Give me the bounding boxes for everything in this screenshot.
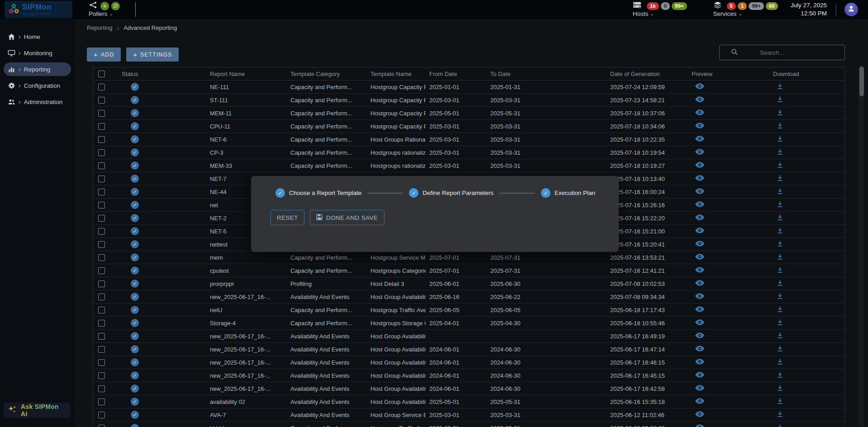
download-icon[interactable]: [777, 214, 783, 221]
row-checkbox[interactable]: [98, 228, 105, 235]
preview-eye-icon[interactable]: [695, 109, 704, 116]
download-icon[interactable]: [777, 319, 783, 326]
ask-sipmon-ai-button[interactable]: Ask SIPMon AI: [4, 403, 70, 418]
row-checkbox[interactable]: [98, 412, 105, 418]
hosts-count-badge[interactable]: 99+: [672, 2, 687, 10]
row-checkbox[interactable]: [98, 333, 105, 340]
sidebar-item-administration[interactable]: ›Administration: [4, 95, 71, 109]
preview-eye-icon[interactable]: [695, 319, 704, 326]
row-checkbox[interactable]: [98, 136, 105, 143]
preview-eye-icon[interactable]: [695, 306, 704, 313]
table-row[interactable]: ✓NET-6Capacity and Perform...Host Groups…: [93, 133, 844, 146]
table-row[interactable]: ✓netUCapacity and Perform...Hostgroup Tr…: [93, 304, 844, 317]
download-icon[interactable]: [777, 424, 783, 427]
hosts-count-badge[interactable]: 1k: [647, 2, 659, 10]
preview-eye-icon[interactable]: [695, 411, 704, 418]
row-checkbox[interactable]: [98, 176, 105, 182]
add-button[interactable]: + ADD: [87, 47, 121, 62]
row-checkbox[interactable]: [98, 399, 105, 405]
preview-eye-icon[interactable]: [695, 332, 704, 339]
preview-eye-icon[interactable]: [695, 201, 704, 208]
row-checkbox[interactable]: [98, 294, 105, 300]
row-checkbox[interactable]: [98, 149, 105, 156]
sidebar-item-home[interactable]: ›Home: [4, 30, 71, 43]
preview-eye-icon[interactable]: [695, 175, 704, 181]
preview-eye-icon[interactable]: [695, 371, 704, 378]
row-checkbox[interactable]: [98, 123, 105, 130]
table-row[interactable]: ✓MEM-11Capacity and Perform...Hostgroup …: [93, 107, 844, 120]
preview-eye-icon[interactable]: [695, 253, 704, 260]
done-and-save-button[interactable]: DONE AND SAVE: [310, 210, 384, 225]
table-row[interactable]: ✓Storage-4Capacity and Perform...Hostgro…: [93, 317, 844, 330]
preview-eye-icon[interactable]: [695, 214, 704, 221]
scrollbar-thumb[interactable]: [859, 66, 864, 96]
preview-eye-icon[interactable]: [695, 83, 704, 90]
services-count-badge[interactable]: 99+: [749, 2, 764, 10]
row-checkbox[interactable]: [98, 372, 105, 379]
table-row[interactable]: ✓prorprpprProfilingHost Detail 32025-06-…: [93, 277, 844, 290]
download-icon[interactable]: [777, 188, 783, 195]
pollers-menu[interactable]: ≡ ∅ Pollers⌄: [89, 0, 120, 19]
download-icon[interactable]: [777, 175, 783, 181]
settings-button[interactable]: + SETTINGS: [126, 47, 179, 62]
table-row[interactable]: ✓NE-111Capacity and Perform...Hostgroup …: [93, 81, 844, 94]
vertical-scrollbar[interactable]: [859, 66, 864, 427]
preview-eye-icon[interactable]: [695, 135, 704, 142]
table-row[interactable]: ✓new_2025-06-17_16-...Availability And E…: [93, 290, 844, 304]
preview-eye-icon[interactable]: [695, 148, 704, 155]
download-icon[interactable]: [777, 332, 783, 339]
row-checkbox[interactable]: [98, 280, 105, 287]
download-icon[interactable]: [777, 411, 783, 418]
preview-eye-icon[interactable]: [695, 424, 704, 427]
select-all-checkbox[interactable]: [98, 71, 105, 77]
download-icon[interactable]: [777, 398, 783, 404]
breadcrumb-parent[interactable]: Reporting: [87, 24, 112, 31]
preview-eye-icon[interactable]: [695, 384, 704, 391]
table-row[interactable]: ✓CPU-11Capacity and Perform...Hostgroup …: [93, 120, 844, 133]
preview-eye-icon[interactable]: [695, 266, 704, 273]
preview-eye-icon[interactable]: [695, 122, 704, 129]
sidebar-item-monitoring[interactable]: ›Monitoring: [4, 46, 71, 60]
search-input[interactable]: [738, 49, 839, 56]
download-icon[interactable]: [777, 371, 783, 378]
download-icon[interactable]: [777, 293, 783, 299]
row-checkbox[interactable]: [98, 267, 105, 274]
services-menu[interactable]: 5199+60 Services⌄: [713, 0, 778, 19]
preview-eye-icon[interactable]: [695, 161, 704, 168]
table-row[interactable]: ✓new_2025-06-17_16-...Availability And E…: [93, 356, 844, 369]
preview-eye-icon[interactable]: [695, 96, 704, 103]
table-row[interactable]: ✓hkbhkCapacity and Perform...Hostgroup T…: [93, 422, 844, 427]
row-checkbox[interactable]: [98, 189, 105, 195]
download-icon[interactable]: [777, 109, 783, 116]
preview-eye-icon[interactable]: [695, 358, 704, 365]
preview-eye-icon[interactable]: [695, 345, 704, 352]
wizard-step[interactable]: ✓Define Report Parameters: [409, 188, 493, 198]
table-row[interactable]: ✓availability 02Availability And EventsH…: [93, 395, 844, 408]
table-row[interactable]: ✓ST-111Capacity and Perform...Hostgroup …: [93, 94, 844, 107]
services-count-badge[interactable]: 5: [727, 2, 736, 10]
download-icon[interactable]: [777, 227, 783, 234]
download-icon[interactable]: [777, 280, 783, 286]
reset-button[interactable]: RESET: [270, 210, 304, 225]
row-checkbox[interactable]: [98, 84, 105, 90]
preview-eye-icon[interactable]: [695, 398, 704, 404]
row-checkbox[interactable]: [98, 254, 105, 261]
download-icon[interactable]: [777, 306, 783, 313]
preview-eye-icon[interactable]: [695, 227, 704, 234]
download-icon[interactable]: [777, 201, 783, 208]
row-checkbox[interactable]: [98, 425, 105, 427]
preview-eye-icon[interactable]: [695, 293, 704, 299]
row-checkbox[interactable]: [98, 320, 105, 327]
row-checkbox[interactable]: [98, 359, 105, 366]
table-row[interactable]: ✓new_2025-06-17_16-...Availability And E…: [93, 343, 844, 356]
wizard-step[interactable]: ✓Execution Plan: [541, 188, 595, 198]
hosts-menu[interactable]: 1k099+ Hosts⌄: [633, 0, 687, 19]
download-icon[interactable]: [777, 384, 783, 391]
table-row[interactable]: ✓memCapacity and Perform...Hostgroup Ser…: [93, 251, 844, 264]
download-icon[interactable]: [777, 135, 783, 142]
table-row[interactable]: ✓CP-3Capacity and Perform...Hostgroups r…: [93, 146, 844, 159]
download-icon[interactable]: [777, 161, 783, 168]
table-row[interactable]: ✓AVA-7Availability And EventsHost Group …: [93, 408, 844, 422]
wizard-step[interactable]: ✓Choose a Report Template: [275, 188, 361, 198]
download-icon[interactable]: [777, 83, 783, 90]
